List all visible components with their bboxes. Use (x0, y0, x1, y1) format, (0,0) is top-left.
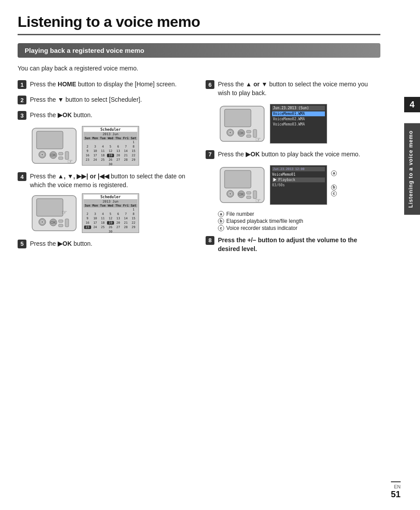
annotation-a-circle: a (218, 211, 224, 217)
svg-rect-40 (247, 192, 251, 194)
chapter-number: 4 (404, 97, 420, 112)
step-1: 1 Press the HOME button to display the [… (18, 80, 192, 89)
annotation-c: c Voice recorder status indicator (218, 225, 380, 231)
step-7-images: OK ☞ Jun.23.2013 12:00 VoiceMemo01 (218, 165, 380, 205)
memo-item-3: VoiceMemo03.WMA (272, 122, 325, 127)
annotation-b: b Elapsed playback time/file length (218, 218, 380, 224)
step-num-1: 1 (18, 80, 26, 89)
pb-play-label: Playback (278, 178, 295, 182)
annotation-c-circle: c (218, 225, 224, 231)
step-6: 6 Press the ▲ or ▼ button to select the … (206, 80, 380, 98)
playback-screen: Jun.23.2013 12:00 VoiceMemo01 Playback 0… (270, 165, 327, 205)
sched-row-2: 2345678 (84, 144, 137, 149)
step-num-3: 3 (18, 111, 26, 120)
step-4-images: OK ☞ Scheduler 2013 Jun SunMonTueWedThuF… (30, 193, 192, 233)
svg-rect-8 (59, 157, 63, 159)
scheduler-screen-1: Scheduler 2013 Jun Sun Mon Tue Wed Thu F… (82, 126, 139, 166)
svg-rect-34 (225, 170, 251, 188)
callout-c: c (331, 191, 337, 196)
side-tab: Listening to a voice memo (404, 123, 420, 215)
sched-sun: Sun (85, 137, 90, 140)
svg-point-4 (41, 154, 43, 155)
callout-b: b (331, 185, 337, 190)
step-3-images: OK ☞ Scheduler 2013 Jun Sun Mon (30, 126, 192, 166)
annotation-c-text: Voice recorder status indicator (226, 225, 297, 231)
svg-rect-18 (59, 220, 63, 222)
step-num-4: 4 (18, 172, 26, 181)
pb-play-row: Playback (272, 177, 325, 182)
step-2-text: Press the ▼ button to select [Scheduler]… (30, 95, 142, 104)
step-5-text: Press the ▶OK button. (30, 239, 92, 248)
memo-list-screen: Jun.23.2013 (Sun) VoiceMemo01.WMA VoiceM… (270, 104, 327, 144)
svg-rect-23 (225, 109, 251, 127)
step-7: 7 Press the ▶OK button to play back the … (206, 150, 380, 159)
device-svg-step4: OK ☞ (30, 193, 78, 233)
step-num-2: 2 (18, 96, 26, 104)
memo-item-2: VoiceMemo02.WMA (272, 117, 325, 122)
annotation-a: a File number (218, 211, 380, 217)
step-8-text: Press the +/– button to adjust the volum… (218, 236, 380, 254)
step-2-symbol: ▼ (58, 96, 64, 103)
step-6-symbol: ▲ or ▼ (246, 81, 268, 88)
svg-point-26 (229, 132, 231, 133)
svg-rect-7 (59, 152, 63, 155)
device-svg-step7: OK ☞ (218, 165, 266, 205)
sched-fri: Fri (123, 137, 129, 140)
annotation-b-text: Elapsed playback time/file length (226, 218, 303, 224)
step-6-text: Press the ▲ or ▼ button to select the vo… (218, 80, 380, 98)
playback-screen-wrap: Jun.23.2013 12:00 VoiceMemo01 Playback 0… (270, 165, 327, 205)
svg-rect-12 (37, 199, 63, 216)
annotation-a-text: File number (226, 211, 254, 217)
svg-rect-20 (65, 219, 69, 227)
step-3-text: Press the ▶OK button. (30, 111, 92, 119)
callout-a: a (331, 170, 337, 176)
play-icon (273, 178, 276, 181)
svg-text:☞: ☞ (67, 158, 73, 165)
annotation-b-circle: b (218, 218, 224, 224)
svg-text:OK: OK (238, 192, 244, 196)
step-1-text: Press the HOME button to display the [Ho… (30, 80, 177, 89)
step-num-5: 5 (18, 240, 26, 248)
step-5: 5 Press the ▶OK button. (18, 239, 192, 248)
step-7-text: Press the ▶OK button to play back the vo… (218, 150, 360, 159)
svg-text:☞: ☞ (255, 197, 261, 204)
page-divider (391, 481, 401, 482)
svg-text:OK: OK (50, 220, 56, 225)
sched-sat: Sat (131, 137, 136, 140)
step-num-8: 8 (206, 236, 214, 245)
sched-row-5: 23242526272829 (84, 158, 137, 162)
scheduler-screen-2: Scheduler 2013 Jun SunMonTueWedThuFriSat… (82, 193, 139, 233)
svg-text:☞: ☞ (255, 136, 261, 143)
step-4: 4 Press the ▲, ▼, ▶▶| or |◀◀ button to s… (18, 172, 192, 190)
sched-content-1: Scheduler 2013 Jun Sun Mon Tue Wed Thu F… (82, 126, 139, 165)
intro-text: You can play back a registered voice mem… (18, 65, 380, 72)
device-svg-step3: OK ☞ (30, 126, 78, 166)
step-num-7: 7 (206, 150, 214, 159)
svg-rect-1 (37, 131, 63, 149)
step-7-symbol: ▶OK (246, 151, 260, 158)
sched-tue: Tue (100, 137, 106, 140)
sched-row-4: 16171819202122 (84, 153, 137, 158)
memo-date: Jun.23.2013 (Sun) (272, 106, 325, 111)
step-2: 2 Press the ▼ button to select [Schedule… (18, 95, 192, 104)
step-3: 3 Press the ▶OK button. (18, 111, 192, 120)
step-4-symbol: ▲, ▼, ▶▶| or |◀◀ (58, 173, 109, 180)
section-header: Playing back a registered voice memo (18, 43, 380, 58)
pb-time: 03/60s (272, 183, 325, 187)
device-svg-step6: OK ☞ (218, 104, 266, 144)
sched-thu: Thu (115, 137, 121, 140)
svg-point-37 (229, 193, 231, 195)
sched-row-1: 1 (84, 140, 137, 144)
two-column-layout: 1 Press the HOME button to display the [… (18, 80, 380, 259)
svg-point-15 (41, 221, 43, 223)
left-column: 1 Press the HOME button to display the [… (18, 80, 192, 259)
step-1-keyword: HOME (58, 81, 76, 88)
svg-text:OK: OK (50, 153, 56, 157)
sched-title-1: Scheduler (84, 127, 137, 132)
sched-content-2: Scheduler 2013 Jun SunMonTueWedThuFriSat… (82, 194, 139, 233)
step-6-images: OK ☞ Jun.23.2013 (Sun) VoiceMemo01.WMA V… (218, 104, 380, 144)
sched-title-2: Scheduler (84, 195, 137, 199)
sched-header-row-2: SunMonTueWedThuFriSat (84, 204, 137, 207)
svg-rect-29 (247, 130, 251, 133)
step-8-main: Press the +/– button to adjust the volum… (218, 237, 357, 252)
